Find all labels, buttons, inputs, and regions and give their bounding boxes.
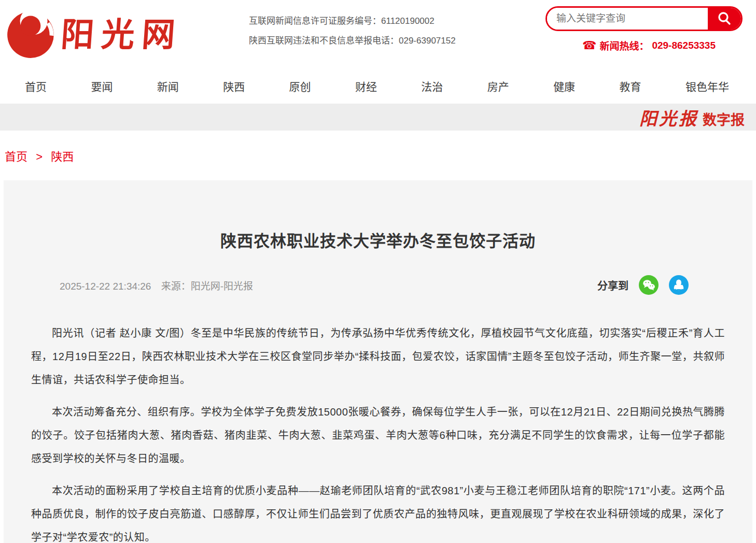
breadcrumb-separator: > <box>36 150 43 163</box>
article-meta: 2025-12-22 21:34:26 来源：阳光网-阳光报 <box>60 278 253 292</box>
publish-datetime: 2025-12-22 21:34:26 <box>60 281 151 292</box>
nav-item-jiaoyu[interactable]: 教育 <box>620 78 641 94</box>
article-paragraph-1: 阳光讯（记者 赵小康 文/图）冬至是中华民族的传统节日，为传承弘扬中华优秀传统文… <box>31 322 725 392</box>
nav-item-fangchan[interactable]: 房产 <box>487 78 509 94</box>
digital-paper-logo: 阳光报 <box>639 105 698 130</box>
nav-item-shaanxi[interactable]: 陕西 <box>223 78 245 94</box>
article-source: 来源：阳光网-阳光报 <box>161 281 253 292</box>
article-title: 陕西农林职业技术大学举办冬至包饺子活动 <box>31 228 725 251</box>
digital-paper-link[interactable]: 阳光报 数字报 <box>639 105 745 130</box>
digital-paper-strip: 阳光报 数字报 <box>0 104 756 131</box>
wechat-icon <box>642 278 655 292</box>
article-body: 阳光讯（记者 赵小康 文/图）冬至是中华民族的传统节日，为传承弘扬中华优秀传统文… <box>31 322 725 543</box>
nav-item-home[interactable]: 首页 <box>25 78 47 94</box>
site-logo-text: 阳光网 <box>60 8 184 55</box>
breadcrumb-home[interactable]: 首页 <box>5 150 27 163</box>
site-logo[interactable]: 阳光网 <box>5 4 183 59</box>
article-paragraph-3: 本次活动的面粉采用了学校自主培育的优质小麦品种——赵瑜老师团队培育的“武农981… <box>31 479 725 543</box>
breadcrumb-shaanxi[interactable]: 陕西 <box>51 150 74 163</box>
source-label: 来源： <box>161 281 191 292</box>
nav-item-yinse-nianhua[interactable]: 银色年华 <box>685 78 729 94</box>
qq-icon <box>672 278 685 292</box>
main-nav: 首页 要闻 新闻 陕西 原创 财经 法治 房产 健康 教育 银色年华 <box>0 68 756 104</box>
share-bar: 分享到 <box>597 275 689 295</box>
nav-item-yuanchuang[interactable]: 原创 <box>289 78 311 94</box>
search-input[interactable] <box>547 8 708 30</box>
share-label: 分享到 <box>597 278 628 293</box>
search-icon <box>717 11 732 26</box>
article-meta-row: 2025-12-22 21:34:26 来源：阳光网-阳光报 分享到 <box>31 275 725 295</box>
site-header: 阳光网 互联网新闻信息许可证服务编号：61120190002 陕西互联网违法和不… <box>0 0 756 68</box>
article-paragraph-2: 本次活动筹备充分、组织有序。学校为全体学子免费发放15000张暖心餐券，确保每位… <box>31 401 725 470</box>
search-button[interactable] <box>708 8 741 30</box>
breadcrumb: 首页 > 陕西 <box>0 147 756 164</box>
news-hotline: ☎ 新闻热线： 029-86253335 <box>545 38 743 52</box>
source-name: 阳光网-阳光报 <box>191 281 253 292</box>
nav-item-jiankang[interactable]: 健康 <box>553 78 575 94</box>
sun-logo-icon <box>5 4 58 59</box>
digital-paper-label: 数字报 <box>703 109 745 129</box>
hotline-number: 029-86253335 <box>652 40 716 51</box>
nav-item-yaowen[interactable]: 要闻 <box>91 78 113 94</box>
search-area: ☎ 新闻热线： 029-86253335 <box>545 6 743 52</box>
nav-item-fazhi[interactable]: 法治 <box>421 78 443 94</box>
search-box <box>545 6 743 31</box>
phone-icon: ☎ <box>582 40 596 51</box>
wechat-share-button[interactable] <box>639 275 659 295</box>
nav-item-xinwen[interactable]: 新闻 <box>157 78 179 94</box>
article-container: 陕西农林职业技术大学举办冬至包饺子活动 2025-12-22 21:34:26 … <box>4 180 752 543</box>
license-info: 互联网新闻信息许可证服务编号：61120190002 陕西互联网违法和不良信息举… <box>249 11 456 51</box>
hotline-label: 新闻热线： <box>599 38 649 52</box>
qq-share-button[interactable] <box>669 275 689 295</box>
report-line: 陕西互联网违法和不良信息举报电话：029-63907152 <box>249 31 456 51</box>
license-line: 互联网新闻信息许可证服务编号：61120190002 <box>249 11 456 31</box>
nav-item-caijing[interactable]: 财经 <box>355 78 377 94</box>
